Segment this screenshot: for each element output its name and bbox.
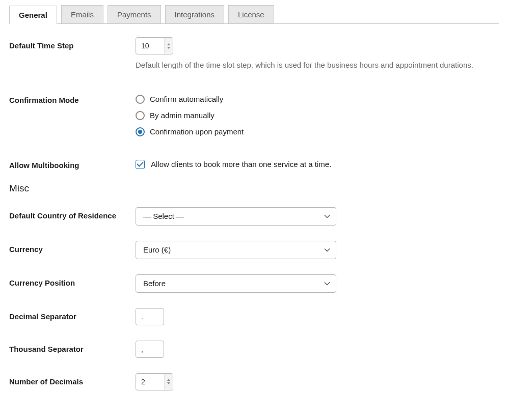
label-currency-position: Currency Position bbox=[9, 274, 136, 287]
tab-license[interactable]: License bbox=[228, 5, 274, 23]
thousand-separator-input[interactable] bbox=[136, 341, 164, 358]
radio-confirm-auto[interactable]: Confirm automatically bbox=[136, 95, 499, 104]
currency-select[interactable]: Euro (€) bbox=[136, 241, 336, 259]
confirmation-mode-radiogroup: Confirm automatically By admin manually … bbox=[136, 92, 499, 136]
row-number-of-decimals: Number of Decimals bbox=[9, 373, 499, 390]
tab-general[interactable]: General bbox=[9, 6, 57, 24]
label-default-country: Default Country of Residence bbox=[9, 207, 136, 220]
number-of-decimals-input[interactable] bbox=[136, 373, 173, 390]
row-currency: Currency Euro (€) bbox=[9, 241, 499, 259]
radio-label: Confirmation upon payment bbox=[150, 127, 244, 136]
help-default-time-step: Default length of the time slot step, wh… bbox=[136, 60, 499, 71]
radio-label: Confirm automatically bbox=[150, 95, 223, 103]
checkbox-label: Allow clients to book more than one serv… bbox=[151, 160, 331, 169]
label-number-of-decimals: Number of Decimals bbox=[9, 373, 136, 386]
label-currency: Currency bbox=[9, 241, 136, 254]
label-decimal-separator: Decimal Separator bbox=[9, 308, 136, 321]
radio-label: By admin manually bbox=[150, 111, 215, 120]
tab-payments[interactable]: Payments bbox=[108, 5, 161, 23]
allow-multibooking-checkbox[interactable]: Allow clients to book more than one serv… bbox=[136, 157, 499, 169]
currency-position-select[interactable]: Before bbox=[136, 274, 336, 293]
row-decimal-separator: Decimal Separator bbox=[9, 308, 499, 325]
radio-confirm-payment[interactable]: Confirmation upon payment bbox=[136, 127, 499, 136]
radio-icon bbox=[136, 127, 145, 136]
section-heading-misc: Misc bbox=[9, 183, 499, 194]
radio-confirm-manual[interactable]: By admin manually bbox=[136, 111, 499, 120]
tab-integrations[interactable]: Integrations bbox=[165, 5, 224, 23]
label-thousand-separator: Thousand Separator bbox=[9, 341, 136, 353]
label-allow-multibooking: Allow Multibooking bbox=[9, 157, 136, 170]
row-default-country: Default Country of Residence — Select — bbox=[9, 207, 499, 226]
radio-icon bbox=[136, 95, 145, 104]
row-currency-position: Currency Position Before bbox=[9, 274, 499, 293]
decimal-separator-input[interactable] bbox=[136, 308, 164, 325]
row-default-time-step: Default Time Step Default length of the … bbox=[9, 37, 499, 71]
row-allow-multibooking: Allow Multibooking Allow clients to book… bbox=[9, 157, 499, 170]
label-confirmation-mode: Confirmation Mode bbox=[9, 92, 136, 104]
default-time-step-input[interactable] bbox=[136, 37, 173, 54]
radio-icon bbox=[136, 111, 145, 120]
default-country-select[interactable]: — Select — bbox=[136, 207, 336, 226]
settings-tabs: General Emails Payments Integrations Lic… bbox=[9, 5, 499, 24]
row-thousand-separator: Thousand Separator bbox=[9, 341, 499, 358]
checkbox-icon bbox=[136, 160, 145, 169]
label-default-time-step: Default Time Step bbox=[9, 37, 136, 50]
tab-emails[interactable]: Emails bbox=[61, 5, 103, 23]
row-confirmation-mode: Confirmation Mode Confirm automatically … bbox=[9, 92, 499, 136]
